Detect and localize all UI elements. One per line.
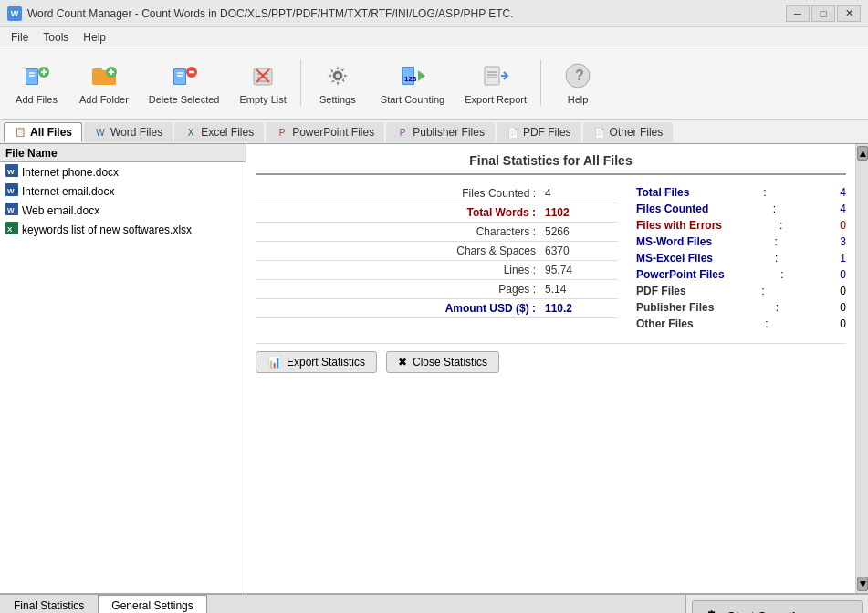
word-file-icon: W: [5, 183, 18, 199]
powerpoint-files-icon: P: [276, 126, 288, 139]
svg-text:X: X: [7, 225, 13, 234]
stat-value: 5.14: [545, 283, 618, 296]
titlebar: W Word Count Manager - Count Words in DO…: [0, 0, 868, 27]
tab-publisher-files[interactable]: P Publisher Files: [386, 122, 495, 142]
bottom-tab-general-settings[interactable]: General Settings: [98, 595, 206, 613]
toolbar-add-files[interactable]: Add Files: [5, 52, 68, 114]
close-statistics-label: Close Statistics: [413, 356, 487, 369]
word-file-icon: W: [5, 203, 18, 218]
add-folder-icon: [89, 61, 119, 90]
maximize-button[interactable]: □: [811, 5, 835, 22]
stats-right-item: Files Counted : 4: [636, 201, 846, 217]
minimize-button[interactable]: ─: [786, 5, 810, 22]
sri-value: 0: [840, 285, 846, 297]
file-item[interactable]: WWeb email.docx: [0, 201, 246, 220]
toolbar-delete-selected[interactable]: Delete Selected: [141, 52, 228, 114]
svg-rect-11: [174, 69, 185, 84]
settings-label: Settings: [319, 94, 356, 105]
sri-colon: :: [773, 203, 776, 215]
toolbar-start-counting[interactable]: 123 Start Counting: [372, 52, 453, 114]
menu-tools[interactable]: Tools: [36, 29, 76, 46]
file-item[interactable]: WInternet email.docx: [0, 182, 246, 201]
stat-row: Total Words :1102: [256, 203, 618, 223]
bottom-tab-final-statistics[interactable]: Final Statistics: [0, 595, 98, 613]
svg-marker-27: [418, 70, 425, 81]
toolbar-help[interactable]: ? Help: [547, 52, 609, 114]
tab-powerpoint-files[interactable]: P PowerPoint Files: [266, 122, 384, 142]
toolbar-empty-list[interactable]: Empty List: [231, 52, 294, 114]
file-list-items: WInternet phone.docxWInternet email.docx…: [0, 162, 246, 239]
delete-selected-label: Delete Selected: [149, 94, 220, 105]
sri-label: MS-Excel Files: [636, 252, 713, 265]
stat-row: Lines :95.74: [256, 261, 618, 280]
sri-label: PowerPoint Files: [636, 268, 725, 281]
stat-value: 6370: [545, 244, 618, 257]
sri-colon: :: [775, 252, 778, 265]
stat-value: 1102: [545, 206, 618, 219]
file-item-name: Web email.docx: [22, 204, 99, 217]
tab-publisher-files-label: Publisher Files: [413, 126, 485, 139]
start-counting-right-button[interactable]: ⚙ Start Counting: [692, 600, 863, 613]
tab-other-files[interactable]: 📄 Other Files: [583, 122, 674, 142]
toolbar-settings[interactable]: Settings: [307, 52, 369, 114]
sri-colon: :: [780, 268, 783, 281]
sri-colon: :: [775, 235, 778, 248]
stat-row: Amount USD ($) :110.2: [256, 299, 618, 318]
sri-colon: :: [763, 186, 766, 199]
file-item-name: Internet email.docx: [22, 185, 114, 198]
stat-value: 5266: [545, 225, 618, 238]
file-type-tabs: 📋 All Files W Word Files X Excel Files P…: [0, 120, 868, 144]
excel-file-icon: X: [5, 222, 18, 237]
stat-label: Pages :: [256, 283, 545, 296]
sri-value: 4: [840, 186, 846, 199]
tab-pdf-files[interactable]: 📄 PDF Files: [497, 122, 581, 142]
start-counting-icon: 123: [398, 61, 427, 90]
sri-label: PDF Files: [636, 285, 686, 297]
sri-label: MS-Word Files: [636, 235, 712, 248]
stats-right-item: Files with Errors : 0: [636, 217, 846, 234]
toolbar-add-folder[interactable]: Add Folder: [71, 52, 137, 114]
sri-colon: :: [761, 285, 764, 297]
all-files-icon: 📋: [14, 126, 26, 139]
menu-help[interactable]: Help: [76, 29, 113, 46]
scrollbar-thumb[interactable]: ▲: [857, 146, 868, 161]
file-list-header: File Name: [0, 144, 246, 162]
file-item[interactable]: WInternet phone.docx: [0, 162, 246, 182]
scrollbar[interactable]: ▲ ▼: [855, 144, 868, 593]
bottom-left: Final Statistics General Settings Text A…: [0, 595, 685, 613]
menu-file[interactable]: File: [4, 29, 36, 46]
tab-powerpoint-files-label: PowerPoint Files: [292, 126, 374, 139]
settings-icon: [323, 61, 352, 90]
toolbar-export-report[interactable]: Export Report: [456, 52, 535, 114]
sri-value: 4: [840, 203, 846, 215]
other-files-icon: 📄: [593, 126, 606, 139]
sri-value: 3: [840, 235, 846, 248]
statistics-buttons: 📊 Export Statistics ✖ Close Statistics: [256, 343, 846, 373]
export-statistics-button[interactable]: 📊 Export Statistics: [256, 351, 377, 373]
scrollbar-down[interactable]: ▼: [857, 577, 868, 591]
svg-text:123: 123: [404, 75, 417, 83]
stat-label: Lines :: [256, 264, 545, 276]
sri-value: 1: [840, 252, 846, 265]
file-item[interactable]: Xkeywords list of new softwares.xlsx: [0, 220, 246, 239]
export-report-label: Export Report: [465, 94, 527, 105]
tab-excel-files[interactable]: X Excel Files: [174, 122, 264, 142]
stat-row: Characters :5266: [256, 223, 618, 242]
close-button[interactable]: ✕: [837, 5, 861, 22]
excel-files-icon: X: [184, 126, 197, 139]
svg-text:W: W: [7, 206, 15, 214]
tab-word-files[interactable]: W Word Files: [84, 122, 173, 142]
window-controls: ─ □ ✕: [786, 5, 861, 22]
svg-text:W: W: [7, 187, 15, 195]
bottom-tab-general-settings-label: General Settings: [111, 599, 193, 612]
export-statistics-icon: 📊: [267, 356, 281, 369]
add-files-icon: [22, 61, 51, 90]
tab-all-files[interactable]: 📋 All Files: [4, 122, 82, 142]
tab-all-files-label: All Files: [30, 126, 72, 139]
pdf-files-icon: 📄: [507, 126, 519, 139]
toolbar-sep-2: [540, 60, 541, 106]
sri-colon: :: [776, 301, 779, 314]
stats-right-item: PowerPoint Files : 0: [636, 266, 846, 283]
bottom-tab-final-statistics-label: Final Statistics: [14, 599, 84, 612]
close-statistics-button[interactable]: ✖ Close Statistics: [386, 351, 499, 373]
